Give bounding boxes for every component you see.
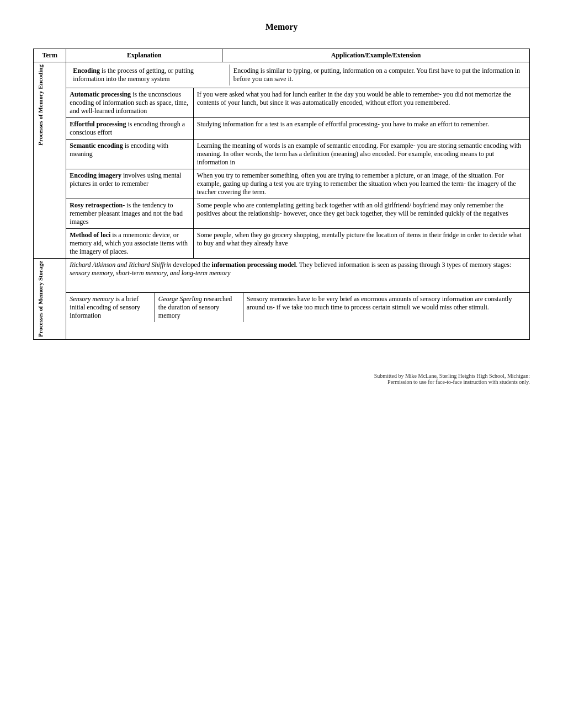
storage-intro-cell: Richard Atkinson and Richard Shiffrin de… (66, 259, 530, 293)
rosy-row: Rosy retrospection- is the tendency to r… (34, 199, 530, 229)
ipm-bold: information processing model (212, 261, 296, 269)
encoding-main-cell: Encoding is the process of getting, or p… (66, 62, 530, 88)
semantic-row: Semantic encoding is encoding with meani… (34, 140, 530, 169)
automatic-row: Automatic processing is the unconscious … (34, 88, 530, 118)
footer-note: Submitted by Mike McLane, Sterling Heigh… (33, 373, 530, 385)
page-title: Memory (33, 22, 530, 32)
loci-bold: Method of loci (70, 231, 110, 239)
loci-cell: Method of loci is a mnemonic device, or … (66, 229, 530, 259)
footer-line2: Permission to use for face-to-face instr… (33, 379, 530, 385)
sensory-row: Sensory memory is a brief initial encodi… (34, 292, 530, 339)
header-explanation: Explanation (66, 49, 222, 62)
sensory-inner-row: Sensory memory is a brief initial encodi… (66, 293, 529, 322)
rosy-application: Some people who are contemplating gettin… (193, 199, 529, 228)
loci-explanation: Method of loci is a mnemonic device, or … (66, 229, 193, 258)
storage-label: Processes of Memory Storage (37, 261, 44, 337)
rosy-bold: Rosy retrospection- (70, 201, 125, 209)
effortful-inner-row: Effortful processing is encoding through… (66, 118, 529, 139)
encoding-bold: Encoding (73, 67, 100, 74)
atkinson-shiffrin-italic: Richard Atkinson and Richard Shiffrin (70, 261, 171, 269)
loci-inner-row: Method of loci is a mnemonic device, or … (66, 229, 529, 258)
semantic-explanation: Semantic encoding is encoding with meani… (66, 140, 193, 169)
encoding-main-nested: Encoding is the process of getting, or p… (70, 65, 526, 85)
header-application: Application/Example/Extension (222, 49, 530, 62)
effortful-explanation: Effortful processing is encoding through… (66, 118, 193, 139)
automatic-nested: Automatic processing is the unconscious … (66, 88, 529, 117)
sensory-application-cell: Sensory memories have to be very brief a… (243, 293, 529, 322)
imagery-explanation: Encoding imagery involves using mental p… (66, 169, 193, 199)
effortful-application: Studying information for a test is an ex… (193, 118, 529, 139)
rosy-cell: Rosy retrospection- is the tendency to r… (66, 199, 530, 229)
automatic-bold: Automatic processing (70, 90, 131, 98)
automatic-cell: Automatic processing is the unconscious … (66, 88, 530, 118)
loci-application: Some people, when they go grocery shoppi… (193, 229, 529, 258)
encoding-main-explanation: Encoding is the process of getting, or p… (70, 65, 230, 85)
semantic-cell: Semantic encoding is encoding with meani… (66, 140, 530, 169)
effortful-nested: Effortful processing is encoding through… (66, 118, 529, 139)
effortful-cell: Effortful processing is encoding through… (66, 118, 530, 140)
storage-term-cell: Processes of Memory Storage (34, 259, 66, 340)
encoding-term-cell: Processes of Memory Encoding (34, 62, 66, 259)
rosy-nested: Rosy retrospection- is the tendency to r… (66, 199, 529, 228)
footer-line1: Submitted by Mike McLane, Sterling Heigh… (33, 373, 530, 379)
effortful-row: Effortful processing is encoding through… (34, 118, 530, 140)
sensory-outer-cell: Sensory memory is a brief initial encodi… (66, 292, 530, 339)
imagery-nested: Encoding imagery involves using mental p… (66, 169, 529, 199)
automatic-explanation: Automatic processing is the unconscious … (66, 88, 193, 117)
rosy-inner-row: Rosy retrospection- is the tendency to r… (66, 199, 529, 228)
sensory-inner-table: Sensory memory is a brief initial encodi… (66, 293, 529, 322)
encoding-main-application: Encoding is similar to typing, or puttin… (230, 65, 526, 85)
encoding-section-row: Processes of Memory Encoding Encoding is… (34, 62, 530, 88)
encoding-label: Processes of Memory Encoding (37, 65, 44, 146)
automatic-inner-row: Automatic processing is the unconscious … (66, 88, 529, 117)
sensory-memory-italic: Sensory memory (70, 295, 114, 303)
imagery-application: When you try to remember something, ofte… (193, 169, 529, 199)
storage-section-row: Processes of Memory Storage Richard Atki… (34, 259, 530, 293)
automatic-application: If you were asked what you had for lunch… (193, 88, 529, 117)
george-sperling-italic: George Sperling (158, 295, 202, 303)
imagery-cell: Encoding imagery involves using mental p… (66, 169, 530, 199)
imagery-row: Encoding imagery involves using mental p… (34, 169, 530, 199)
imagery-bold: Encoding imagery (70, 172, 121, 179)
header-term: Term (34, 49, 66, 62)
imagery-inner-row: Encoding imagery involves using mental p… (66, 169, 529, 199)
sensory-term-cell: Sensory memory is a brief initial encodi… (66, 293, 155, 322)
effortful-bold: Effortful processing (70, 120, 126, 128)
semantic-bold: Semantic encoding (70, 142, 123, 149)
encoding-main-row: Encoding is the process of getting, or p… (70, 65, 526, 85)
semantic-application: Learning the meaning of words is an exam… (193, 140, 529, 169)
semantic-nested: Semantic encoding is encoding with meani… (66, 140, 529, 169)
george-sperling-cell: George Sperling researched the duration … (155, 293, 243, 322)
memory-types-italic: sensory memory, short-term memory, and l… (70, 269, 230, 277)
main-table: Term Explanation Application/Example/Ext… (33, 49, 530, 340)
loci-row: Method of loci is a mnemonic device, or … (34, 229, 530, 259)
loci-nested: Method of loci is a mnemonic device, or … (66, 229, 529, 258)
rosy-explanation: Rosy retrospection- is the tendency to r… (66, 199, 193, 228)
semantic-inner-row: Semantic encoding is encoding with meani… (66, 140, 529, 169)
